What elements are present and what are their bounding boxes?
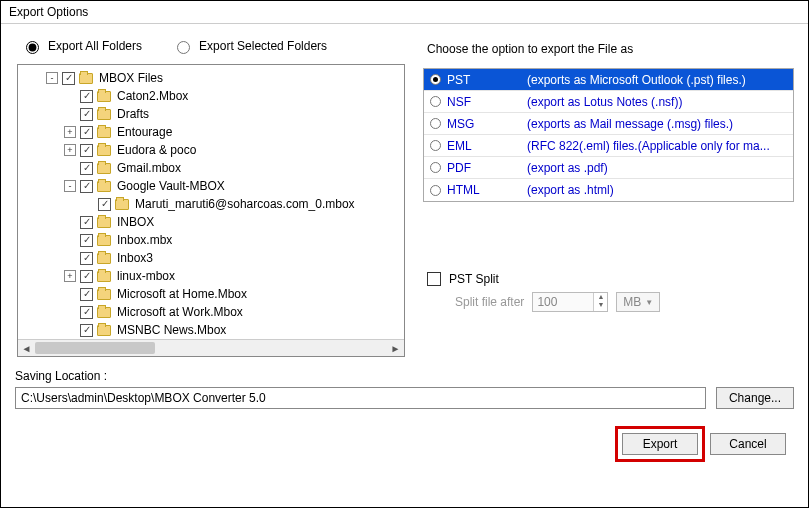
spinner-up-icon[interactable]: ▲ <box>594 293 607 301</box>
collapse-icon[interactable]: - <box>46 72 58 84</box>
format-name: PST <box>447 73 521 87</box>
tree-checkbox[interactable] <box>80 288 93 301</box>
tree-node[interactable]: -Google Vault-MBOX <box>22 177 400 195</box>
tree-node[interactable]: Drafts <box>22 105 400 123</box>
tree-node[interactable]: +linux-mbox <box>22 267 400 285</box>
format-name: EML <box>447 139 521 153</box>
expand-icon[interactable]: + <box>64 270 76 282</box>
tree-node-label: Gmail.mbox <box>116 161 181 175</box>
tree-node[interactable]: Inbox.mbx <box>22 231 400 249</box>
tree-node[interactable]: Maruti_maruti6@soharcoas.com_0.mbox <box>22 195 400 213</box>
tree-checkbox[interactable] <box>80 324 93 337</box>
scroll-left-icon[interactable]: ◄ <box>18 340 35 357</box>
tree-checkbox[interactable] <box>80 234 93 247</box>
format-radio[interactable] <box>430 185 441 196</box>
folder-icon <box>97 181 111 192</box>
window-title: Export Options <box>1 1 808 24</box>
tree-checkbox[interactable] <box>80 162 93 175</box>
tree-node[interactable]: Caton2.Mbox <box>22 87 400 105</box>
tree-node-label: Inbox.mbx <box>116 233 172 247</box>
tree-checkbox[interactable] <box>80 108 93 121</box>
format-option-eml[interactable]: EML(RFC 822(.eml) files.(Applicable only… <box>424 135 793 157</box>
format-desc: (exports as Mail message (.msg) files.) <box>527 117 787 131</box>
format-radio[interactable] <box>430 118 441 129</box>
folder-tree[interactable]: -MBOX FilesCaton2.MboxDrafts+Entourage+E… <box>17 64 405 357</box>
tree-node-label: Maruti_maruti6@soharcoas.com_0.mbox <box>134 197 355 211</box>
tree-checkbox[interactable] <box>80 270 93 283</box>
tree-checkbox[interactable] <box>80 126 93 139</box>
tree-node-label: Entourage <box>116 125 172 139</box>
tree-checkbox[interactable] <box>80 90 93 103</box>
split-after-label: Split file after <box>455 295 524 309</box>
expand-icon[interactable]: + <box>64 126 76 138</box>
folder-icon <box>97 235 111 246</box>
radio-export-selected-input[interactable] <box>177 41 190 54</box>
format-radio[interactable] <box>430 162 441 173</box>
tree-checkbox[interactable] <box>80 180 93 193</box>
radio-export-selected[interactable]: Export Selected Folders <box>172 38 327 54</box>
saving-location-label: Saving Location : <box>15 369 794 387</box>
chevron-down-icon: ▼ <box>645 298 653 307</box>
format-option-pst[interactable]: PST(exports as Microsoft Outlook (.pst) … <box>424 69 793 91</box>
format-radio[interactable] <box>430 74 441 85</box>
folder-icon <box>97 307 111 318</box>
export-button[interactable]: Export <box>622 433 698 455</box>
folder-icon <box>97 271 111 282</box>
format-option-html[interactable]: HTML(export as .html) <box>424 179 793 201</box>
format-name: PDF <box>447 161 521 175</box>
format-desc: (export as .html) <box>527 183 787 197</box>
format-option-pdf[interactable]: PDF(export as .pdf) <box>424 157 793 179</box>
tree-node[interactable]: Gmail.mbox <box>22 159 400 177</box>
tree-horizontal-scrollbar[interactable]: ◄ ► <box>18 339 404 356</box>
tree-checkbox[interactable] <box>80 216 93 229</box>
toggle-spacer <box>64 216 76 228</box>
change-button[interactable]: Change... <box>716 387 794 409</box>
scroll-thumb[interactable] <box>35 340 387 356</box>
toggle-spacer <box>64 234 76 246</box>
spinner-down-icon[interactable]: ▼ <box>594 301 607 309</box>
tree-node[interactable]: MSNBC News.Mbox <box>22 321 400 339</box>
tree-checkbox[interactable] <box>98 198 111 211</box>
tree-checkbox[interactable] <box>80 144 93 157</box>
tree-node-label: Drafts <box>116 107 149 121</box>
tree-node[interactable]: INBOX <box>22 213 400 231</box>
tree-node-label: MSNBC News.Mbox <box>116 323 226 337</box>
collapse-icon[interactable]: - <box>64 180 76 192</box>
toggle-spacer <box>64 90 76 102</box>
radio-export-selected-label: Export Selected Folders <box>199 39 327 53</box>
toggle-spacer <box>64 324 76 336</box>
pst-split-checkbox[interactable] <box>427 272 441 286</box>
folder-icon <box>97 217 111 228</box>
tree-checkbox[interactable] <box>62 72 75 85</box>
tree-node-label: Google Vault-MBOX <box>116 179 225 193</box>
tree-node[interactable]: -MBOX Files <box>22 69 400 87</box>
cancel-button[interactable]: Cancel <box>710 433 786 455</box>
tree-node-label: MBOX Files <box>98 71 163 85</box>
radio-export-all-input[interactable] <box>26 41 39 54</box>
format-option-msg[interactable]: MSG(exports as Mail message (.msg) files… <box>424 113 793 135</box>
toggle-spacer <box>64 162 76 174</box>
toggle-spacer <box>64 252 76 264</box>
tree-checkbox[interactable] <box>80 306 93 319</box>
split-unit-select[interactable]: MB ▼ <box>616 292 660 312</box>
folder-icon <box>115 199 129 210</box>
scroll-right-icon[interactable]: ► <box>387 340 404 357</box>
format-radio[interactable] <box>430 96 441 107</box>
split-unit-label: MB <box>623 295 641 309</box>
format-option-nsf[interactable]: NSF(export as Lotus Notes (.nsf)) <box>424 91 793 113</box>
tree-node[interactable]: Microsoft at Home.Mbox <box>22 285 400 303</box>
tree-node-label: linux-mbox <box>116 269 175 283</box>
expand-icon[interactable]: + <box>64 144 76 156</box>
split-size-input[interactable] <box>533 293 593 311</box>
split-size-spinner[interactable]: ▲ ▼ <box>532 292 608 312</box>
radio-export-all[interactable]: Export All Folders <box>21 38 142 54</box>
format-radio[interactable] <box>430 140 441 151</box>
tree-node[interactable]: +Eudora & poco <box>22 141 400 159</box>
tree-node[interactable]: Microsoft at Work.Mbox <box>22 303 400 321</box>
saving-location-input[interactable] <box>15 387 706 409</box>
folder-icon <box>79 73 93 84</box>
tree-node[interactable]: Inbox3 <box>22 249 400 267</box>
folder-icon <box>97 127 111 138</box>
tree-checkbox[interactable] <box>80 252 93 265</box>
tree-node[interactable]: +Entourage <box>22 123 400 141</box>
